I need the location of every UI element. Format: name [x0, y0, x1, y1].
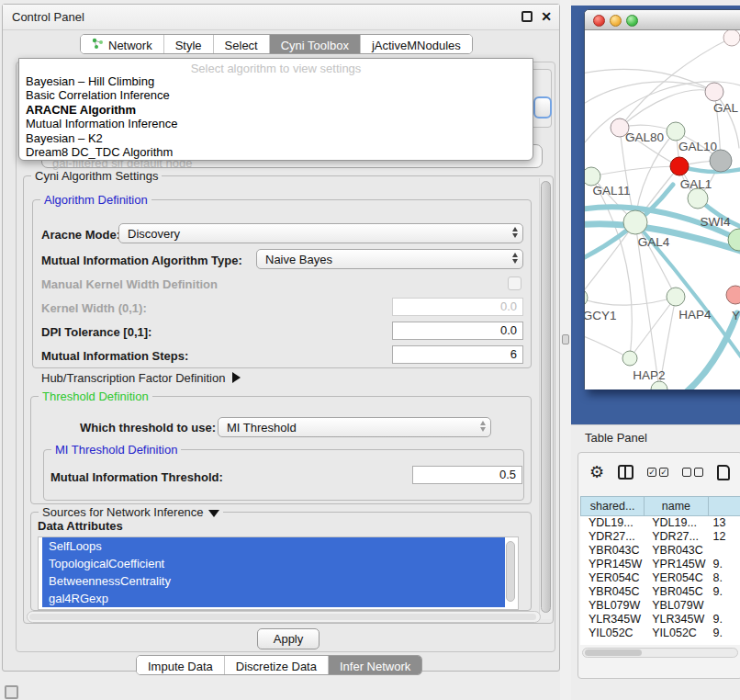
gear-icon[interactable]: ⚙ — [589, 464, 604, 480]
table-cell: YBR045C — [580, 585, 645, 599]
mi-threshold-input[interactable]: 0.5 — [412, 466, 522, 484]
node-top-partial[interactable] — [723, 30, 740, 46]
manual-kernel-checkbox[interactable] — [508, 277, 521, 290]
algorithm-option-mutual-information-inference[interactable]: Mutual Information Inference — [19, 117, 533, 130]
settings-horizontal-scrollbar-thumb[interactable] — [29, 614, 536, 620]
tab-select[interactable]: Select — [214, 35, 270, 53]
hub-definition-toggle[interactable]: Hub/Transcription Factor Definition — [41, 371, 241, 385]
mi-threshold-label: Mutual Information Threshold: — [50, 470, 223, 484]
hidden-combo-button-fragment — [533, 96, 552, 119]
algorithm-option-basic-correlation-inference[interactable]: Basic Correlation Inference — [19, 88, 533, 102]
network-edge — [591, 166, 679, 176]
node-swi4[interactable] — [688, 188, 708, 209]
bottom-tab-infer-network[interactable]: Infer Network — [329, 656, 421, 674]
close-traffic-light-icon[interactable] — [593, 15, 605, 27]
network-window-titlebar[interactable] — [585, 10, 740, 30]
node-salmon[interactable] — [726, 286, 740, 304]
table-row[interactable]: YER054CYER054C8. — [580, 571, 740, 585]
node-hap4[interactable] — [667, 288, 685, 306]
table-row[interactable]: YDL19...YDL19...13 — [580, 516, 740, 530]
table-cell: YBR043C — [580, 544, 645, 558]
attribute-item-topologicalcoefficient[interactable]: TopologicalCoefficient — [42, 555, 505, 572]
table-row[interactable]: YBR045CYBR045C9. — [580, 585, 740, 599]
attribute-item-gal4rgexp[interactable]: gal4RGexp — [42, 590, 505, 607]
algorithm-option-aracne-algorithm[interactable]: ARACNE Algorithm — [19, 103, 533, 117]
tab-jactivemnodules[interactable]: jActiveMNodules — [361, 35, 472, 53]
new-table-icon[interactable] — [717, 465, 730, 480]
bottom-tab-discretize-data[interactable]: Discretize Data — [225, 656, 329, 674]
apply-button[interactable]: Apply — [257, 628, 320, 649]
data-attributes-label: Data Attributes — [38, 519, 123, 533]
network-edge — [620, 90, 714, 128]
algorithm-option-bayesian-k2[interactable]: Bayesian – K2 — [19, 131, 533, 145]
mi-threshold-group-title: MI Threshold Definition — [51, 443, 181, 457]
attributes-scrollbar-thumb[interactable] — [506, 541, 515, 602]
node-swi4-label: SWI4 — [700, 215, 730, 229]
panel-splitter[interactable] — [560, 0, 571, 700]
table-horizontal-scrollbar[interactable] — [582, 648, 738, 658]
columns-icon[interactable] — [618, 465, 633, 480]
node-hap2[interactable] — [622, 351, 637, 366]
float-window-icon[interactable] — [521, 11, 533, 22]
table-row[interactable]: YBL079WYBL079W — [580, 599, 740, 613]
network-canvas[interactable]: GALGAL80GAL10GAL1GAL11SWI4GAL4GCY1HAP4YH… — [585, 30, 740, 390]
network-edge — [585, 222, 635, 298]
node-gal11[interactable] — [585, 167, 600, 186]
settings-vertical-scrollbar-thumb[interactable] — [541, 181, 551, 613]
table-panel-body: ⚙ ✓✓ shared...name YDL19...YDL19...13YDR… — [577, 452, 740, 679]
algorithm-dropdown-placeholder: Select algorithm to view settings — [19, 59, 533, 74]
table-cell: YBR045C — [645, 585, 708, 599]
table-horizontal-scrollbar-thumb[interactable] — [585, 649, 642, 656]
zoom-traffic-light-icon[interactable] — [626, 15, 638, 27]
attribute-item-selfloops[interactable]: SelfLoops — [42, 537, 505, 555]
table-cell — [708, 599, 740, 613]
tab-cyni-toolbox[interactable]: Cyni Toolbox — [270, 35, 361, 53]
node-gcy1[interactable] — [585, 288, 588, 307]
node-gcy1-label: GCY1 — [585, 309, 616, 322]
table-row[interactable]: YBR043CYBR043C — [580, 544, 740, 558]
node-gal4-label: GAL4 — [638, 235, 670, 249]
table-row[interactable]: YIL052CYIL052C9. — [580, 627, 740, 640]
dpi-tolerance-input[interactable]: 0.0 — [392, 322, 523, 340]
bottom-tab-impute-data[interactable]: Impute Data — [137, 656, 225, 674]
node-bottom[interactable] — [651, 381, 667, 390]
mi-type-select[interactable]: Naive Bayes — [256, 249, 523, 269]
close-icon[interactable]: ✕ — [541, 11, 552, 22]
sources-group-title[interactable]: Sources for Network Inference — [39, 505, 223, 519]
deselect-all-icon[interactable] — [682, 468, 703, 477]
column-header-name[interactable]: name — [645, 496, 708, 516]
tab-style[interactable]: Style — [164, 35, 214, 53]
aracne-mode-select[interactable]: Discovery — [118, 223, 523, 243]
network-edge — [585, 82, 714, 109]
attribute-item-betweennesscentrality[interactable]: BetweennessCentrality — [42, 572, 505, 590]
node-gal-cut[interactable] — [705, 83, 723, 101]
which-threshold-select[interactable]: MI Threshold — [218, 417, 491, 437]
minimize-traffic-light-icon[interactable] — [610, 15, 622, 27]
tab-label: Infer Network — [340, 660, 410, 673]
manual-kernel-label: Manual Kernel Width Definition — [41, 277, 218, 291]
minimized-panel-icon[interactable] — [5, 685, 18, 699]
node-hap2-label: HAP2 — [633, 368, 665, 382]
table-cell: YBL079W — [645, 599, 708, 613]
node-gal4[interactable] — [623, 210, 647, 234]
algorithm-option-bayesian-hill-climbing[interactable]: Bayesian – Hill Climbing — [19, 74, 533, 88]
tab-label: Impute Data — [148, 660, 213, 673]
column-header-shared...[interactable]: shared... — [580, 496, 645, 516]
settings-vertical-scrollbar[interactable] — [539, 178, 552, 619]
node-gal1-red[interactable] — [670, 157, 689, 175]
table-row[interactable]: YDR27...YDR27...12 — [580, 530, 740, 544]
select-all-icon[interactable]: ✓✓ — [647, 468, 668, 477]
algorithm-dropdown-popup: Select algorithm to view settings Bayesi… — [18, 58, 533, 161]
node-gal10[interactable] — [667, 122, 685, 141]
mi-steps-input[interactable]: 6 — [392, 345, 523, 364]
splitter-handle[interactable] — [562, 334, 569, 344]
table-row[interactable]: YPR145WYPR145W9. — [580, 558, 740, 571]
table-cell: YDL19... — [645, 516, 708, 530]
kernel-width-input[interactable]: 0.0 — [392, 298, 523, 316]
column-header-cut[interactable] — [709, 496, 740, 516]
settings-horizontal-scrollbar[interactable] — [27, 611, 541, 623]
tab-network[interactable]: Network — [81, 35, 164, 53]
algorithm-option-dream8-dc-tdc-algorithm[interactable]: Dream8 DC_TDC Algorithm — [19, 145, 533, 159]
table-row[interactable]: YLR345WYLR345W9. — [580, 613, 740, 627]
table-cell: YDR27... — [580, 530, 645, 544]
